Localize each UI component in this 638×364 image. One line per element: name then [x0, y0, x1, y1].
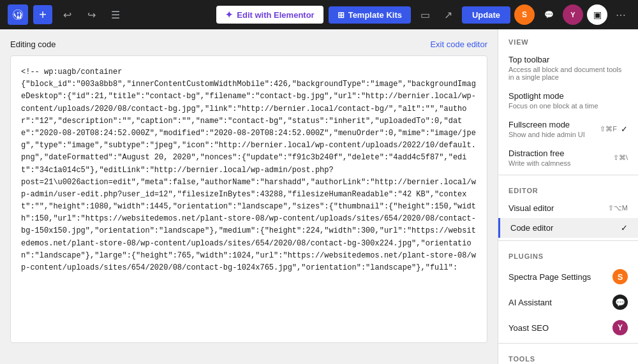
spotlight-label: Spotlight mode	[508, 91, 628, 101]
sidebar-item-code-editor[interactable]: Code editor ✓	[498, 218, 638, 238]
sidebar-item-ai-assistant[interactable]: AI Assistant 💬	[498, 289, 638, 315]
fullscreen-sub: Show and hide admin UI	[508, 131, 600, 138]
editor-area: Editing code Exit code editor <!-- wp:ua…	[0, 29, 498, 364]
sidebar-item-spectra[interactable]: Spectra Page Settings S	[498, 264, 638, 289]
right-sidebar: VIEW Top toolbar Access all block and do…	[498, 29, 638, 364]
topbar: + ↩ ↪ ☰ ✦ Edit with Elementor ⊞ Template…	[0, 0, 638, 29]
code-editor-label: Code editor	[510, 223, 553, 233]
sidebar-item-top-toolbar[interactable]: Top toolbar Access all block and documen…	[498, 50, 638, 86]
view-editor-divider	[498, 175, 638, 175]
distraction-free-content: Distraction free Write with calmness	[508, 149, 613, 167]
top-toolbar-content: Top toolbar Access all block and documen…	[508, 55, 628, 81]
code-editor-check: ✓	[621, 223, 628, 233]
settings-button[interactable]: ▣	[587, 4, 607, 25]
sidebar-item-spotlight[interactable]: Spotlight mode Focus on one block at a t…	[498, 86, 638, 115]
distraction-free-shortcut: ⇧⌘\	[613, 154, 628, 162]
spectra-label: Spectra Page Settings	[508, 272, 591, 282]
code-editor-box[interactable]: <!-- wp:uagb/container {"block_id":"003a…	[10, 55, 487, 343]
undo-button[interactable]: ↩	[57, 5, 77, 24]
visual-editor-shortcut: ⇧⌥M	[608, 204, 628, 212]
fullscreen-label: Fullscreen mode	[508, 120, 600, 129]
more-options-button[interactable]: ⋯	[611, 5, 630, 24]
sidebar-item-visual-editor[interactable]: Visual editor ⇧⌥M	[498, 198, 638, 218]
fullscreen-shortcut: ⇧⌘F	[600, 125, 617, 133]
yoast-label: Yoast SEO	[508, 323, 549, 333]
spectra-button[interactable]: S	[514, 4, 535, 25]
ai-assistant-button[interactable]: 💬	[538, 4, 559, 25]
external-link-button[interactable]: ↗	[439, 5, 458, 24]
wp-logo	[8, 4, 28, 25]
template-kits-button[interactable]: ⊞ Template Kits	[329, 6, 411, 24]
sidebar-item-yoast[interactable]: Yoast SEO Y	[498, 315, 638, 340]
main-layout: Editing code Exit code editor <!-- wp:ua…	[0, 29, 638, 364]
fullscreen-content: Fullscreen mode Show and hide admin UI	[508, 120, 600, 138]
yoast-button[interactable]: Y	[563, 4, 583, 25]
editor-section-header: EDITOR	[498, 178, 638, 198]
exit-code-editor-link[interactable]: Exit code editor	[430, 40, 487, 49]
sidebar-item-distraction-free[interactable]: Distraction free Write with calmness ⇧⌘\	[498, 143, 638, 172]
fullscreen-check: ✓	[621, 124, 628, 134]
add-block-button[interactable]: +	[33, 5, 52, 24]
view-section-header: VIEW	[498, 29, 638, 50]
update-button[interactable]: Update	[462, 6, 510, 24]
sidebar-item-fullscreen[interactable]: Fullscreen mode Show and hide admin UI ⇧…	[498, 115, 638, 143]
spotlight-content: Spotlight mode Focus on one block at a t…	[508, 91, 628, 110]
visual-editor-label: Visual editor	[508, 203, 554, 213]
tools-section-header: TOOLS	[498, 346, 638, 364]
distraction-free-label: Distraction free	[508, 149, 613, 158]
elementor-icon: ✦	[225, 10, 233, 20]
plugins-tools-divider	[498, 343, 638, 344]
edit-elementor-button[interactable]: ✦ Edit with Elementor	[216, 6, 323, 24]
yoast-plugin-icon: Y	[612, 320, 628, 335]
plugins-section-header: PLUGINS	[498, 244, 638, 264]
editing-code-title: Editing code	[10, 40, 56, 49]
template-kits-icon: ⊞	[338, 10, 345, 20]
desktop-view-button[interactable]: ▭	[416, 5, 435, 24]
template-kits-label: Template Kits	[348, 10, 402, 20]
editing-code-header: Editing code Exit code editor	[10, 40, 487, 49]
edit-elementor-label: Edit with Elementor	[237, 10, 314, 20]
spectra-plugin-icon: S	[612, 269, 628, 284]
top-toolbar-label: Top toolbar	[508, 55, 628, 64]
ai-assistant-label: AI Assistant	[508, 298, 552, 307]
top-toolbar-sub: Access all block and document tools in a…	[508, 66, 628, 81]
spotlight-sub: Focus on one block at a time	[508, 102, 628, 110]
ai-plugin-icon: 💬	[612, 295, 628, 310]
editor-plugins-divider	[498, 240, 638, 241]
redo-button[interactable]: ↪	[82, 5, 101, 24]
distraction-free-sub: Write with calmness	[508, 159, 613, 167]
document-overview-button[interactable]: ☰	[106, 5, 125, 24]
